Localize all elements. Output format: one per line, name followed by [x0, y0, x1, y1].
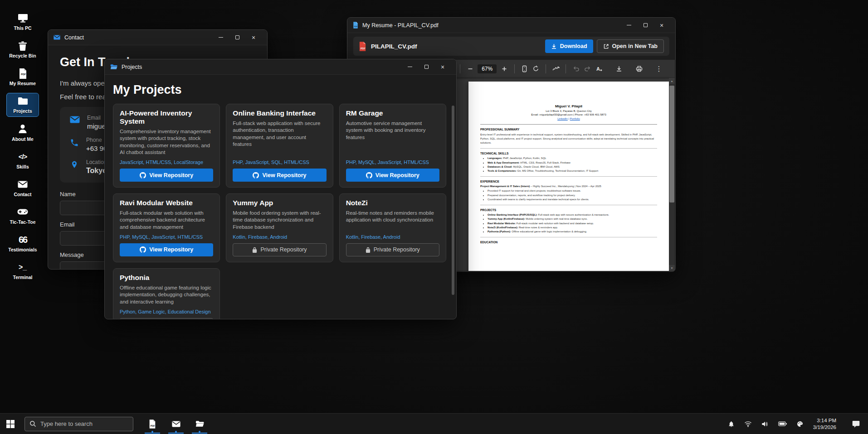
divider: [480, 205, 657, 205]
monitor-icon: [18, 13, 28, 24]
maximize-button[interactable]: [229, 30, 245, 45]
pdf-scrollbar[interactable]: ▲ ▼: [669, 78, 675, 271]
search-input[interactable]: [40, 420, 128, 427]
pdf-scrollbar-thumb[interactable]: [669, 86, 674, 203]
svg-text:A: A: [596, 66, 600, 72]
theme-palette-icon[interactable]: [796, 420, 804, 428]
projects-scrollbar[interactable]: [452, 92, 454, 315]
desktop-icon-contact[interactable]: Contact: [6, 176, 39, 200]
open-in-new-tab-button[interactable]: Open in New Tab: [597, 39, 664, 53]
taskbar-search[interactable]: [24, 417, 133, 431]
github-icon: [253, 172, 259, 178]
linkedin-link[interactable]: LinkedIn: [557, 117, 568, 120]
desktop-icon-about-me[interactable]: About Me: [6, 121, 39, 145]
resume-section-heading: PROFESSIONAL SUMMARY: [480, 128, 657, 131]
redo-button[interactable]: [582, 63, 593, 75]
fit-to-page-button[interactable]: [518, 63, 530, 75]
view-repository-button[interactable]: View Repository: [120, 169, 213, 182]
desktop-icon-skills[interactable]: </> Skills: [6, 149, 39, 172]
taskbar-app-contact[interactable]: [167, 414, 185, 434]
undo-button[interactable]: [570, 63, 581, 75]
download-button[interactable]: Download: [545, 39, 593, 53]
desktop-icon-label: Terminal: [13, 275, 33, 280]
notifications-bell-icon[interactable]: [728, 420, 735, 428]
desktop-icon-my-resume[interactable]: PDF My Resume: [6, 65, 39, 89]
private-repository-button[interactable]: Private Repository: [346, 243, 439, 256]
trash-icon: [18, 40, 27, 51]
close-button[interactable]: ×: [434, 59, 451, 75]
pdf-window-titlebar[interactable]: PDF My Resume - PILAPIL_CV.pdf ×: [347, 18, 675, 33]
minimize-button[interactable]: [402, 59, 418, 75]
projects-window-titlebar[interactable]: Projects ×: [105, 59, 456, 75]
running-indicator: [168, 433, 184, 434]
chat-icon[interactable]: [852, 420, 860, 428]
close-button[interactable]: ×: [245, 30, 262, 45]
desktop-icon-list: This PC Recycle Bin PDF My Resume Projec…: [5, 10, 40, 283]
rotate-button[interactable]: [530, 63, 541, 75]
resume-experience-title: Project Management & IT Sales (Intern) –…: [480, 185, 657, 188]
project-title: Yummy App: [233, 199, 326, 207]
download-icon: [551, 43, 557, 49]
desktop-icon-testimonials[interactable]: 66 Testimonials: [6, 231, 39, 255]
desktop-icon-label: Testimonials: [8, 247, 37, 253]
project-tags: Python, Game Logic, Educational Design: [120, 309, 213, 314]
scroll-down-icon[interactable]: ▼: [669, 265, 675, 271]
private-repository-button[interactable]: Private Repository: [120, 318, 213, 319]
svg-text:PDF: PDF: [361, 47, 366, 49]
minimize-button[interactable]: [213, 30, 229, 45]
desktop-icon-projects[interactable]: Projects: [6, 93, 39, 116]
view-repository-button[interactable]: View Repository: [120, 243, 213, 256]
print-button[interactable]: [633, 63, 645, 75]
divider: [480, 237, 657, 237]
volume-icon[interactable]: [761, 421, 769, 427]
scroll-up-icon[interactable]: ▲: [669, 78, 675, 84]
contact-window-titlebar[interactable]: Contact ×: [48, 30, 267, 45]
projects-scrollbar-thumb[interactable]: [452, 106, 454, 295]
toolbar-separator: [546, 64, 546, 73]
save-download-icon-button[interactable]: [613, 63, 625, 75]
desktop-icon-this-pc[interactable]: This PC: [6, 10, 39, 34]
system-tray: 3:14 PM 3/19/2026: [728, 417, 868, 431]
more-options-button[interactable]: ⋮: [653, 63, 665, 75]
maximize-button[interactable]: [418, 59, 434, 75]
zoom-out-button[interactable]: [464, 63, 476, 75]
resume-address: Lot 3 Block 3, Payatas B, Quezon City: [468, 110, 669, 112]
resume-experience-item: Provided IT support for internal and cli…: [488, 189, 657, 193]
zoom-in-button[interactable]: [498, 63, 510, 75]
view-repository-button[interactable]: View Repository: [346, 169, 439, 182]
battery-icon[interactable]: [778, 421, 787, 426]
folder-icon: [110, 64, 117, 70]
zoom-level-input[interactable]: 67%: [478, 64, 497, 73]
desktop-icon-label: Contact: [14, 192, 31, 198]
projects-window: Projects × My Projects AI-Powered Invent…: [104, 59, 457, 319]
add-text-annotation-button[interactable]: A: [593, 63, 605, 75]
wifi-icon[interactable]: [744, 421, 752, 427]
project-tags: JavaScript, HTML/CSS, LocalStorage: [120, 159, 213, 165]
view-repository-button[interactable]: View Repository: [233, 169, 326, 182]
window-title: Projects: [122, 64, 142, 70]
start-button[interactable]: [0, 420, 21, 428]
resume-section-heading: PROJECTS: [480, 208, 657, 212]
maximize-button[interactable]: [637, 18, 653, 33]
running-indicator-dot: [199, 431, 200, 433]
minimize-button[interactable]: [621, 18, 637, 33]
envelope-icon: [54, 35, 60, 40]
portfolio-link[interactable]: Portfolio: [570, 117, 580, 120]
desktop-icon-recycle-bin[interactable]: Recycle Bin: [6, 38, 39, 61]
project-title: Ravi Modular Website: [120, 199, 213, 207]
taskbar-clock[interactable]: 3:14 PM 3/19/2026: [813, 417, 836, 431]
desktop-icon-label: Projects: [13, 108, 32, 114]
project-card-rm-garage: RM Garage Automotive service management …: [339, 104, 446, 188]
resume-project-item: Yummy App (Kotlin/Firebase): Mobile orde…: [488, 217, 657, 221]
desktop-icon-tic-tac-toe[interactable]: Tic-Tac-Toe: [6, 204, 39, 227]
taskbar-app-pdf[interactable]: PDF: [143, 414, 161, 434]
desktop-icon-terminal[interactable]: >_ Terminal: [6, 259, 39, 283]
toolbar-separator: [460, 64, 460, 73]
draw-ink-button[interactable]: [550, 63, 561, 75]
taskbar-app-projects[interactable]: [190, 414, 209, 434]
project-tags: Kotlin, Firebase, Android: [233, 234, 326, 240]
close-button[interactable]: ×: [653, 18, 670, 33]
project-description: Real-time notes and reminders mobile app…: [346, 210, 439, 231]
private-repository-button[interactable]: Private Repository: [233, 243, 326, 256]
running-indicator-dot: [151, 431, 153, 433]
